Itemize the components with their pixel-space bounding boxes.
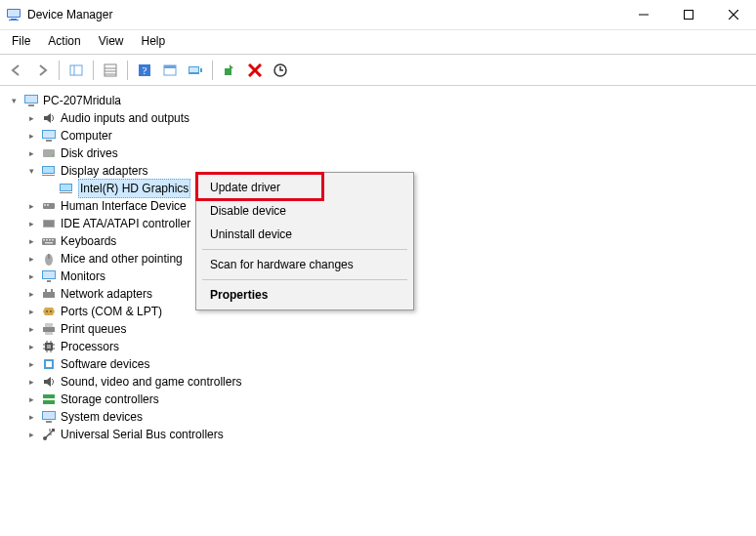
scan-button[interactable]: [185, 60, 206, 81]
menu-action[interactable]: Action: [46, 32, 82, 50]
svg-rect-21: [225, 68, 231, 75]
enable-button[interactable]: [219, 60, 240, 81]
tree-node-processors[interactable]: ▸ Processors: [23, 338, 754, 355]
help-button[interactable]: ?: [134, 60, 155, 81]
svg-rect-1: [8, 10, 20, 17]
computer-icon: [41, 128, 57, 144]
device-manager-icon: [6, 7, 21, 22]
expand-icon[interactable]: ▸: [25, 341, 37, 352]
software-icon: [41, 356, 57, 372]
tree-node-software[interactable]: ▸ Software devices: [23, 355, 754, 373]
tree-root[interactable]: ▾ PC-207Mridula: [6, 92, 754, 109]
tree-node-usb[interactable]: ▸ Universal Serial Bus controllers: [23, 426, 754, 443]
action-button[interactable]: [159, 60, 181, 81]
svg-rect-17: [164, 65, 176, 68]
tree-node-audio[interactable]: ▸ Audio inputs and outputs: [23, 109, 754, 127]
show-hide-tree-button[interactable]: [65, 60, 87, 81]
expand-icon[interactable]: ▸: [25, 411, 37, 423]
disk-icon: [41, 145, 57, 161]
toolbar-separator: [212, 61, 213, 80]
expand-icon[interactable]: ▸: [25, 270, 37, 282]
tree-node-print[interactable]: ▸ Print queues: [23, 320, 754, 338]
properties-button[interactable]: [100, 60, 121, 81]
svg-rect-51: [45, 242, 53, 244]
tree-root-label: PC-207Mridula: [43, 92, 121, 109]
display-adapter-icon: [59, 181, 74, 196]
svg-rect-55: [43, 271, 55, 278]
expand-icon[interactable]: ▸: [25, 253, 37, 265]
tree-node-system[interactable]: ▸ System devices: [23, 408, 754, 426]
uninstall-button[interactable]: [244, 60, 266, 81]
svg-rect-48: [46, 239, 48, 241]
menu-file[interactable]: File: [10, 32, 32, 50]
system-icon: [41, 409, 57, 425]
svg-rect-5: [685, 11, 693, 20]
svg-rect-41: [47, 204, 49, 206]
tree-node-storage[interactable]: ▸ Storage controllers: [23, 391, 754, 408]
svg-rect-19: [189, 67, 198, 72]
expand-icon[interactable]: ▸: [25, 358, 37, 370]
expand-icon[interactable]: ▸: [25, 112, 37, 124]
expand-icon[interactable]: ▸: [25, 235, 37, 247]
menu-view[interactable]: View: [97, 32, 126, 50]
svg-rect-35: [42, 175, 55, 176]
back-button[interactable]: [6, 60, 27, 81]
hid-icon: [41, 198, 57, 214]
svg-rect-78: [43, 400, 55, 404]
update-driver-button[interactable]: [270, 60, 291, 81]
svg-rect-47: [43, 239, 45, 241]
svg-rect-8: [70, 65, 82, 75]
sound-icon: [41, 374, 57, 390]
context-menu: Update driver Disable device Uninstall d…: [195, 172, 414, 310]
collapse-icon[interactable]: ▾: [25, 165, 37, 177]
computer-icon: [23, 93, 39, 108]
display-adapter-icon: [41, 163, 57, 179]
svg-rect-3: [9, 20, 19, 21]
context-scan-hardware[interactable]: Scan for hardware changes: [198, 253, 411, 276]
menu-help[interactable]: Help: [140, 32, 168, 50]
expand-icon[interactable]: ▸: [25, 376, 37, 388]
svg-point-61: [50, 310, 52, 312]
svg-rect-59: [51, 289, 53, 292]
svg-rect-66: [47, 345, 51, 349]
expand-icon[interactable]: ▸: [25, 218, 37, 229]
device-tree-panel: ▾ PC-207Mridula ▸ Audio inputs and outpu…: [0, 86, 756, 536]
minimize-button[interactable]: [621, 0, 666, 29]
context-disable-device[interactable]: Disable device: [198, 199, 411, 223]
context-update-driver[interactable]: Update driver: [198, 176, 411, 199]
svg-rect-37: [61, 185, 71, 190]
toolbar: ?: [0, 54, 756, 86]
expand-icon[interactable]: ▸: [25, 429, 37, 440]
forward-button[interactable]: [31, 60, 53, 81]
svg-rect-80: [43, 412, 55, 419]
tree-node-disk[interactable]: ▸ Disk drives: [23, 144, 754, 162]
collapse-icon[interactable]: ▾: [8, 95, 20, 106]
close-button[interactable]: [711, 0, 756, 29]
svg-rect-34: [43, 167, 54, 173]
svg-rect-77: [43, 394, 55, 398]
svg-rect-58: [45, 289, 47, 292]
tree-node-computer[interactable]: ▸ Computer: [23, 127, 754, 144]
mouse-icon: [41, 251, 57, 267]
context-separator: [202, 279, 407, 280]
expand-icon[interactable]: ▸: [25, 288, 37, 300]
tree-node-sound[interactable]: ▸ Sound, video and game controllers: [23, 373, 754, 391]
svg-rect-38: [60, 192, 72, 193]
svg-rect-40: [44, 204, 46, 206]
toolbar-separator: [93, 61, 94, 80]
window-controls: [621, 0, 756, 29]
expand-icon[interactable]: ▸: [25, 130, 37, 142]
context-separator: [202, 249, 407, 250]
context-uninstall-device[interactable]: Uninstall device: [198, 223, 411, 246]
expand-icon[interactable]: ▸: [25, 200, 37, 212]
svg-rect-63: [45, 323, 53, 327]
expand-icon[interactable]: ▸: [25, 393, 37, 405]
expand-icon[interactable]: ▸: [25, 323, 37, 335]
expand-icon[interactable]: ▸: [25, 147, 37, 159]
toolbar-separator: [127, 61, 128, 80]
maximize-button[interactable]: [666, 0, 711, 29]
toolbar-separator: [59, 61, 60, 80]
expand-icon[interactable]: ▸: [25, 306, 37, 317]
context-properties[interactable]: Properties: [198, 283, 411, 307]
svg-rect-50: [52, 239, 54, 241]
